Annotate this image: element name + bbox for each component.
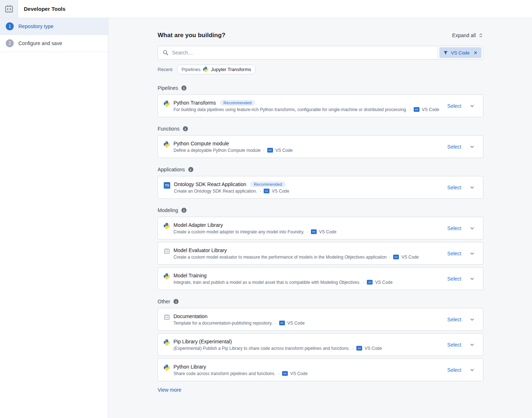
vscode-label: VS Code [319, 229, 337, 234]
main-area: What are you building? Expand all VS Cod… [108, 18, 532, 418]
app-title: Developer Tools [18, 0, 66, 18]
python-icon [164, 101, 170, 107]
recent-chip-category: Pipelines [181, 67, 201, 72]
select-button[interactable]: Select [447, 317, 461, 322]
recent-label: Recent [158, 67, 172, 72]
expand-all-button[interactable]: Expand all [452, 32, 483, 38]
vscode-icon: <> [264, 189, 269, 193]
recent-row: Recent Pipelines Jupyter Transforms [158, 65, 483, 74]
chevron-down-icon[interactable] [469, 276, 475, 282]
vscode-label: VS Code [422, 107, 439, 112]
info-icon[interactable]: i [173, 299, 179, 304]
step-number-badge: 2 [6, 39, 14, 47]
card-description: Integrate, train and publish a model as … [173, 280, 360, 285]
python-icon [203, 67, 208, 72]
vscode-label: VS Code [290, 371, 308, 376]
search-input[interactable] [172, 50, 433, 56]
chevron-down-icon[interactable] [469, 342, 475, 348]
search-icon [163, 50, 168, 56]
meta-separator: · [363, 280, 364, 285]
select-button[interactable]: Select [447, 185, 461, 190]
section-title: Other [158, 299, 170, 304]
section-functions: Functions i Python Compute module De [158, 126, 483, 158]
vscode-icon: <> [356, 346, 362, 351]
card-ontology-sdk-react-application[interactable]: TS Ontology SDK React Application Recomm… [158, 176, 483, 199]
step-label: Configure and save [18, 40, 62, 46]
steps-sidebar: 1 Repository type 2 Configure and save [0, 18, 108, 418]
chevron-down-icon[interactable] [469, 251, 475, 256]
meta-separator: · [307, 229, 308, 234]
python-icon [164, 273, 170, 280]
select-button[interactable]: Select [447, 103, 461, 109]
vscode-label: VS Code [276, 148, 293, 153]
code-repository-icon [164, 248, 170, 254]
app-logo-button[interactable] [0, 0, 18, 18]
card-description: For building data pipelines using featur… [173, 107, 407, 112]
card-title: Documentation [173, 313, 207, 319]
card-description: (Experimental) Publish a Pip Library to … [173, 346, 350, 351]
section-title: Pipelines [158, 85, 178, 91]
card-model-evaluator-library[interactable]: Model Evaluator Library Create a custom … [158, 242, 483, 265]
vscode-label: VS Code [287, 321, 305, 326]
chevron-down-icon[interactable] [469, 367, 475, 373]
card-description: Create a custom model evaluator to measu… [173, 255, 387, 260]
filter-chip-zone: VS Code ✕ [438, 46, 483, 59]
sidebar-step-configure-and-save[interactable]: 2 Configure and save [0, 35, 108, 52]
card-description: Create an Ontology SDK React application… [174, 189, 257, 194]
vscode-filter-chip[interactable]: VS Code ✕ [439, 47, 482, 58]
card-description: Share code across transform pipelines an… [173, 371, 276, 376]
typescript-icon: TS [164, 182, 170, 189]
select-button[interactable]: Select [447, 367, 461, 373]
card-python-compute-module[interactable]: Python Compute module Define a deployabl… [158, 135, 483, 158]
vscode-label: VS Code [272, 189, 289, 194]
card-python-library[interactable]: Python Library Share code across transfo… [158, 358, 483, 381]
select-button[interactable]: Select [447, 276, 461, 282]
section-other: Other i Documentation Template for a [158, 299, 483, 381]
select-button[interactable]: Select [447, 225, 461, 231]
vscode-icon: <> [414, 107, 419, 112]
view-more-link[interactable]: View more [158, 387, 181, 393]
vscode-label: VS Code [375, 280, 392, 285]
card-title: Model Adapter Library [173, 222, 223, 228]
search-bar: VS Code ✕ [158, 46, 483, 60]
python-icon [164, 141, 170, 148]
card-title: Model Training [173, 273, 207, 278]
python-icon [164, 339, 170, 346]
card-description: Template for a documentation-publishing … [173, 321, 273, 326]
select-button[interactable]: Select [447, 342, 461, 348]
close-icon[interactable]: ✕ [474, 50, 478, 56]
section-title: Modeling [158, 207, 178, 213]
chevron-down-icon[interactable] [469, 225, 475, 231]
select-button[interactable]: Select [447, 144, 461, 150]
sidebar-step-repository-type[interactable]: 1 Repository type [0, 18, 108, 35]
vscode-icon: <> [367, 280, 373, 285]
chevron-down-icon[interactable] [469, 103, 475, 109]
section-pipelines: Pipelines i Python Transforms Recommende… [158, 85, 483, 117]
vscode-icon: <> [279, 321, 285, 325]
select-button[interactable]: Select [447, 251, 461, 256]
page-title: What are you building? [158, 32, 225, 39]
info-icon[interactable]: i [188, 167, 193, 172]
info-icon[interactable]: i [181, 85, 186, 91]
vscode-icon: <> [393, 255, 399, 259]
card-python-transforms[interactable]: Python Transforms Recommended For buildi… [158, 94, 483, 117]
meta-separator: · [260, 189, 261, 194]
meta-separator: · [410, 107, 411, 112]
chevron-down-icon[interactable] [469, 144, 475, 150]
recent-chip-jupyter-transforms[interactable]: Pipelines Jupyter Transforms [177, 65, 255, 74]
card-description: Create a custom model adapter to integra… [173, 229, 304, 234]
card-title: Python Compute module [173, 141, 229, 146]
card-model-training[interactable]: Model Training Integrate, train and publ… [158, 267, 483, 290]
app-header: Developer Tools [0, 0, 532, 18]
info-icon[interactable]: i [181, 208, 186, 213]
card-model-adapter-library[interactable]: Model Adapter Library Create a custom mo… [158, 217, 483, 239]
step-number-badge: 1 [6, 22, 14, 30]
chevron-down-icon[interactable] [469, 317, 475, 322]
chevron-down-icon[interactable] [469, 185, 475, 190]
info-icon[interactable]: i [183, 126, 188, 131]
card-pip-library-experimental[interactable]: Pip Library (Experimental) (Experimental… [158, 333, 483, 356]
code-repository-icon [164, 314, 170, 320]
card-documentation[interactable]: Documentation Template for a documentati… [158, 308, 483, 331]
card-title: Python Library [173, 364, 206, 370]
section-modeling: Modeling i Model Adapter Library Cre [158, 207, 483, 290]
